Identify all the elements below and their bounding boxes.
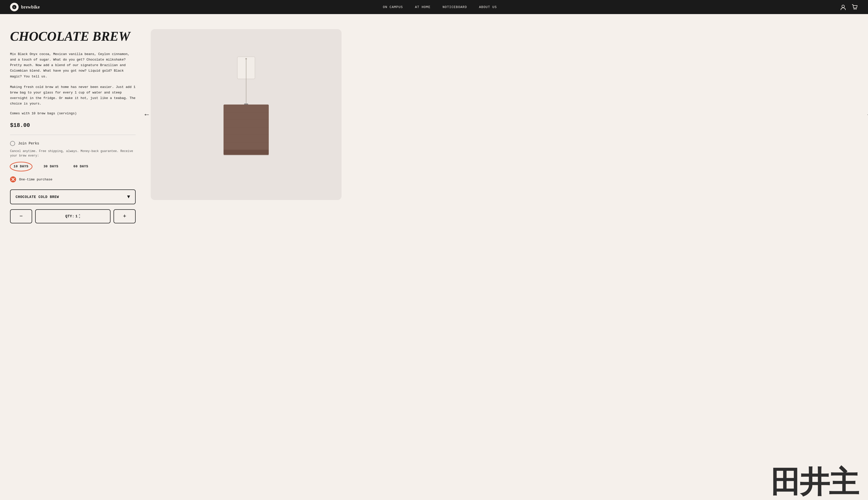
- qty-minus-button[interactable]: −: [10, 209, 32, 223]
- one-time-icon: [10, 177, 16, 182]
- price-divider: [10, 135, 136, 135]
- nav-at-home[interactable]: AT HOME: [415, 5, 430, 9]
- logo-text: brewbike: [21, 4, 40, 10]
- navigation: b brewbike ON CAMPUS AT HOME NOTICEBOARD…: [0, 0, 868, 14]
- cart-icon[interactable]: [852, 4, 858, 10]
- perks-label: Join Perks: [18, 141, 39, 146]
- product-image: [213, 54, 279, 175]
- day-option-30[interactable]: 30 DAYS: [40, 162, 62, 170]
- day-30-label: 30 DAYS: [44, 164, 58, 168]
- product-details: CHOCOLATE BREW Mix Black Onyx cocoa, Mex…: [10, 29, 136, 490]
- product-image-section: ←: [151, 29, 858, 490]
- days-selector: 10 DAYS 30 DAYS 60 DAYS: [10, 162, 136, 170]
- main-content: CHOCOLATE BREW Mix Black Onyx cocoa, Mex…: [0, 14, 868, 500]
- logo[interactable]: b brewbike: [10, 3, 40, 11]
- svg-rect-20: [223, 150, 269, 155]
- perks-radio[interactable]: [10, 141, 15, 146]
- qty-row: − QTY: 1 ▲▼ +: [10, 209, 136, 223]
- product-description-1: Mix Black Onyx cocoa, Mexican vanilla be…: [10, 52, 136, 79]
- nav-links: ON CAMPUS AT HOME NOTICEBOARD ABOUT US: [383, 5, 497, 9]
- account-icon[interactable]: [840, 4, 846, 10]
- product-title: CHOCOLATE BREW: [10, 29, 136, 44]
- product-image-container: [151, 29, 342, 200]
- logo-icon: b: [10, 3, 19, 11]
- perks-sublabel: Cancel anytime. Free shipping, always. M…: [10, 149, 136, 158]
- decorative-text: 田井主: [771, 467, 858, 498]
- qty-plus-button[interactable]: +: [114, 209, 136, 223]
- nav-noticeboard[interactable]: NOTICEBOARD: [442, 5, 467, 9]
- dropdown-chevron-icon: ▼: [127, 194, 130, 200]
- day-60-label: 60 DAYS: [73, 164, 88, 168]
- image-next-arrow[interactable]: →: [866, 111, 868, 118]
- product-price: $18.00: [10, 122, 136, 129]
- nav-about-us[interactable]: ABOUT US: [479, 5, 497, 9]
- svg-point-3: [854, 9, 855, 10]
- svg-text:b: b: [14, 6, 15, 9]
- qty-value[interactable]: 1: [76, 214, 78, 218]
- day-10-label: 10 DAYS: [14, 164, 28, 168]
- qty-display: QTY: 1 ▲▼: [35, 209, 111, 223]
- image-prev-arrow[interactable]: ←: [143, 111, 150, 118]
- product-description-2: Making fresh cold brew at home has never…: [10, 84, 136, 106]
- day-option-10[interactable]: 10 DAYS: [10, 162, 32, 170]
- one-time-label: One-time purchase: [19, 178, 53, 181]
- product-servings: Comes with 10 brew bags (servings): [10, 112, 136, 115]
- product-dropdown[interactable]: CHOCOLATE COLD BREW ▼: [10, 190, 136, 204]
- nav-icons: [840, 4, 858, 10]
- qty-label: QTY:: [65, 214, 74, 218]
- qty-stepper-icon: ▲▼: [79, 213, 80, 219]
- nav-on-campus[interactable]: ON CAMPUS: [383, 5, 403, 9]
- svg-point-4: [856, 9, 856, 10]
- product-dropdown-label: CHOCOLATE COLD BREW: [15, 195, 59, 199]
- day-option-60[interactable]: 60 DAYS: [70, 162, 92, 170]
- perks-section: Join Perks: [10, 141, 136, 146]
- svg-point-2: [842, 5, 844, 8]
- one-time-section: One-time purchase: [10, 177, 136, 182]
